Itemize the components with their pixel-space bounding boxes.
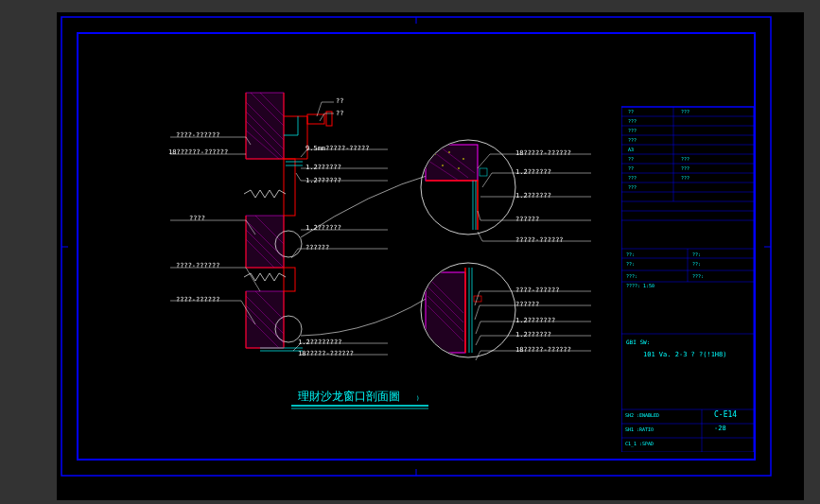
note-l4: ????-??????: [176, 262, 219, 269]
tb-f2l: SH1 :RATIO: [625, 426, 654, 432]
da-n4: ??????: [515, 216, 539, 223]
note-l3: ????: [189, 215, 205, 222]
tb-p4: ??:: [692, 261, 701, 267]
tb-r5a: ??: [628, 156, 634, 162]
tb-hdr1: ??: [628, 109, 634, 114]
cad-canvas: ?? ??? ??? ??? ??? A3 ?? ??? ?? ??? ??? …: [57, 12, 804, 500]
note-t2: ??: [336, 110, 343, 117]
tb-f1l: SH2 :ENABLED: [625, 412, 659, 418]
note-l1: ????-??????: [176, 131, 219, 139]
tb-f3l: C1_1 :SPAD: [625, 441, 654, 446]
tb-p1: ??:: [626, 252, 635, 257]
tb-r6b: ???: [681, 165, 689, 171]
note-r2: 1.2??????: [305, 164, 341, 171]
title-block: [621, 36, 763, 452]
tb-f2v: -28: [714, 425, 726, 432]
title-underline: [291, 404, 462, 411]
tb-r7a: ???: [628, 175, 637, 181]
tb-r7b: ???: [681, 175, 689, 181]
da-n1: 18?????-??????: [515, 149, 571, 157]
drawing-title: 理財沙龙窗口剖面圖: [298, 389, 400, 405]
tb-sw-hdr: GBI SW:: [626, 339, 650, 345]
note-l2: 18??????-??????: [168, 148, 228, 156]
drawing-title-suffix: ): [416, 394, 420, 401]
tb-r5b: ???: [681, 156, 689, 162]
tb-p2: ??:: [692, 252, 701, 257]
db-n2: ??????: [515, 301, 539, 308]
note-r6: 1.2????????: [298, 339, 341, 346]
tb-f1v: C-E14: [714, 410, 737, 419]
tb-r4: A3: [628, 147, 634, 152]
note-l5: ????-??????: [176, 296, 219, 304]
db-n4: 1.2??????: [515, 331, 551, 339]
tb-r1: ???: [628, 118, 637, 124]
note-r1: 9.5mm?????-?????: [305, 145, 369, 152]
tb-hdr2: ???: [681, 109, 689, 114]
tb-p3: ??:: [626, 261, 635, 267]
note-r7: 18?????-??????: [298, 350, 354, 357]
tb-scale: ????:: [626, 283, 640, 288]
tb-num: ???:: [626, 273, 637, 279]
tb-sw-note: 101 Va. 2-3 ? ?(!1H8): [643, 351, 727, 358]
tb-r6a: ??: [628, 165, 634, 171]
tb-date: ???:: [692, 273, 704, 279]
tb-scale-v: 1:50: [643, 283, 654, 288]
da-n3: 1.2??????: [515, 192, 551, 200]
db-n5: 18?????-??????: [515, 346, 571, 354]
tb-r2: ???: [628, 128, 637, 133]
da-n2: 1.2??????: [515, 168, 551, 176]
db-n3: 1.2???????: [515, 317, 555, 324]
note-t1: ??: [336, 97, 343, 105]
note-r5: ??????: [305, 244, 329, 252]
tb-r8: ???: [628, 184, 637, 190]
tb-r3: ???: [628, 137, 637, 143]
note-r3: 1.2??????: [305, 177, 341, 184]
da-n5: ?????-??????: [515, 236, 564, 244]
db-n1: ????-??????: [515, 287, 559, 294]
note-r4: 1.2??????: [305, 224, 341, 232]
